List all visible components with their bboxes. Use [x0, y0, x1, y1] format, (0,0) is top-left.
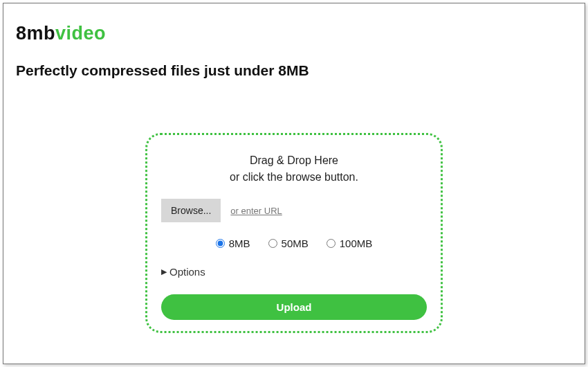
size-label-50mb: 50MB: [282, 238, 309, 249]
logo-part2: video: [55, 23, 106, 44]
options-toggle[interactable]: ▶ Options: [161, 266, 427, 278]
enter-url-link[interactable]: or enter URL: [230, 206, 282, 216]
size-label-100mb: 100MB: [340, 238, 373, 249]
dropzone-text-line1: Drag & Drop Here: [161, 154, 427, 167]
size-option-50mb[interactable]: 50MB: [268, 238, 309, 249]
dropzone[interactable]: Drag & Drop Here or click the browse but…: [145, 133, 443, 333]
size-option-8mb[interactable]: 8MB: [216, 238, 250, 249]
logo-part1: 8mb: [16, 23, 55, 44]
logo: 8mbvideo: [16, 23, 572, 44]
size-radio-8mb[interactable]: [216, 239, 225, 248]
size-radio-50mb[interactable]: [268, 239, 277, 248]
options-label: Options: [169, 266, 205, 278]
browse-button[interactable]: Browse...: [161, 199, 221, 222]
size-option-100mb[interactable]: 100MB: [327, 238, 373, 249]
dropzone-container: Drag & Drop Here or click the browse but…: [3, 133, 585, 333]
size-radio-100mb[interactable]: [327, 239, 336, 248]
chevron-right-icon: ▶: [161, 267, 167, 276]
size-label-8mb: 8MB: [229, 238, 250, 249]
header: 8mbvideo Perfectly compressed files just…: [3, 3, 585, 79]
tagline: Perfectly compressed files just under 8M…: [16, 62, 572, 79]
upload-button[interactable]: Upload: [161, 294, 427, 320]
size-options: 8MB 50MB 100MB: [161, 238, 427, 249]
browse-row: Browse... or enter URL: [161, 199, 427, 222]
dropzone-text-line2: or click the browse button.: [161, 171, 427, 184]
app-window: 8mbvideo Perfectly compressed files just…: [3, 3, 585, 364]
